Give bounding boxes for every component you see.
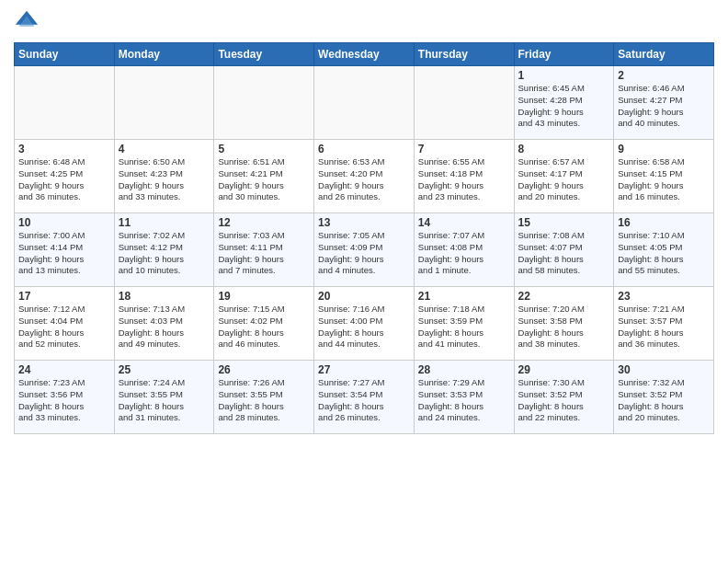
calendar-cell: 19Sunrise: 7:15 AM Sunset: 4:02 PM Dayli… — [214, 287, 314, 361]
col-header-monday: Monday — [114, 43, 214, 66]
calendar-cell: 11Sunrise: 7:02 AM Sunset: 4:12 PM Dayli… — [114, 213, 214, 287]
day-info: Sunrise: 7:30 AM Sunset: 3:52 PM Dayligh… — [518, 377, 610, 424]
day-info: Sunrise: 7:24 AM Sunset: 3:55 PM Dayligh… — [119, 377, 210, 424]
day-info: Sunrise: 6:46 AM Sunset: 4:27 PM Dayligh… — [618, 83, 710, 130]
header — [14, 9, 714, 35]
calendar-cell: 25Sunrise: 7:24 AM Sunset: 3:55 PM Dayli… — [114, 361, 214, 434]
day-info: Sunrise: 6:50 AM Sunset: 4:23 PM Dayligh… — [119, 156, 210, 203]
day-info: Sunrise: 7:16 AM Sunset: 4:00 PM Dayligh… — [318, 304, 410, 350]
day-number: 23 — [618, 290, 710, 303]
day-number: 4 — [119, 143, 210, 155]
calendar-cell — [214, 66, 314, 140]
calendar-cell: 27Sunrise: 7:27 AM Sunset: 3:54 PM Dayli… — [314, 361, 415, 434]
calendar-cell: 15Sunrise: 7:08 AM Sunset: 4:07 PM Dayli… — [514, 213, 614, 287]
calendar-cell: 2Sunrise: 6:46 AM Sunset: 4:27 PM Daylig… — [614, 66, 714, 140]
day-number: 12 — [218, 216, 310, 229]
day-info: Sunrise: 6:53 AM Sunset: 4:20 PM Dayligh… — [318, 156, 410, 203]
day-info: Sunrise: 7:23 AM Sunset: 3:56 PM Dayligh… — [18, 377, 110, 424]
week-row-2: 10Sunrise: 7:00 AM Sunset: 4:14 PM Dayli… — [15, 213, 714, 287]
day-number: 9 — [618, 143, 710, 155]
day-number: 3 — [18, 143, 110, 155]
day-number: 1 — [518, 69, 610, 82]
day-number: 17 — [18, 290, 110, 303]
day-info: Sunrise: 7:21 AM Sunset: 3:57 PM Dayligh… — [618, 304, 710, 350]
day-info: Sunrise: 7:03 AM Sunset: 4:11 PM Dayligh… — [218, 230, 310, 277]
calendar-cell: 28Sunrise: 7:29 AM Sunset: 3:53 PM Dayli… — [414, 361, 514, 434]
calendar-cell: 16Sunrise: 7:10 AM Sunset: 4:05 PM Dayli… — [614, 213, 714, 287]
calendar-cell: 26Sunrise: 7:26 AM Sunset: 3:55 PM Dayli… — [214, 361, 314, 434]
col-header-wednesday: Wednesday — [314, 43, 415, 66]
day-info: Sunrise: 6:57 AM Sunset: 4:17 PM Dayligh… — [518, 156, 610, 203]
day-info: Sunrise: 6:55 AM Sunset: 4:18 PM Dayligh… — [418, 156, 510, 203]
day-number: 19 — [218, 290, 310, 303]
calendar-cell: 23Sunrise: 7:21 AM Sunset: 3:57 PM Dayli… — [614, 287, 714, 361]
day-number: 26 — [218, 363, 310, 376]
calendar-cell: 22Sunrise: 7:20 AM Sunset: 3:58 PM Dayli… — [514, 287, 614, 361]
day-number: 28 — [418, 363, 510, 376]
calendar-cell: 9Sunrise: 6:58 AM Sunset: 4:15 PM Daylig… — [614, 140, 714, 213]
calendar-cell: 12Sunrise: 7:03 AM Sunset: 4:11 PM Dayli… — [214, 213, 314, 287]
calendar-cell — [314, 66, 415, 140]
calendar-cell: 17Sunrise: 7:12 AM Sunset: 4:04 PM Dayli… — [15, 287, 115, 361]
calendar-cell: 29Sunrise: 7:30 AM Sunset: 3:52 PM Dayli… — [514, 361, 614, 434]
day-number: 18 — [119, 290, 210, 303]
calendar-cell: 6Sunrise: 6:53 AM Sunset: 4:20 PM Daylig… — [314, 140, 415, 213]
calendar-cell — [114, 66, 214, 140]
calendar-header-row: SundayMondayTuesdayWednesdayThursdayFrid… — [15, 43, 714, 66]
calendar-cell: 24Sunrise: 7:23 AM Sunset: 3:56 PM Dayli… — [15, 361, 115, 434]
week-row-1: 3Sunrise: 6:48 AM Sunset: 4:25 PM Daylig… — [15, 140, 714, 213]
week-row-0: 1Sunrise: 6:45 AM Sunset: 4:28 PM Daylig… — [15, 66, 714, 140]
col-header-friday: Friday — [514, 43, 614, 66]
week-row-3: 17Sunrise: 7:12 AM Sunset: 4:04 PM Dayli… — [15, 287, 714, 361]
day-info: Sunrise: 7:02 AM Sunset: 4:12 PM Dayligh… — [119, 230, 210, 277]
day-info: Sunrise: 6:48 AM Sunset: 4:25 PM Dayligh… — [18, 156, 110, 203]
day-info: Sunrise: 7:26 AM Sunset: 3:55 PM Dayligh… — [218, 377, 310, 424]
day-info: Sunrise: 7:27 AM Sunset: 3:54 PM Dayligh… — [318, 377, 410, 424]
day-info: Sunrise: 7:18 AM Sunset: 3:59 PM Dayligh… — [418, 304, 510, 350]
day-number: 8 — [518, 143, 610, 155]
week-row-4: 24Sunrise: 7:23 AM Sunset: 3:56 PM Dayli… — [15, 361, 714, 434]
col-header-sunday: Sunday — [15, 43, 115, 66]
day-info: Sunrise: 7:12 AM Sunset: 4:04 PM Dayligh… — [18, 304, 110, 350]
col-header-thursday: Thursday — [414, 43, 514, 66]
day-number: 21 — [418, 290, 510, 303]
day-number: 24 — [18, 363, 110, 376]
logo-icon — [14, 9, 40, 35]
day-number: 2 — [618, 69, 710, 82]
day-number: 13 — [318, 216, 410, 229]
calendar-cell: 30Sunrise: 7:32 AM Sunset: 3:52 PM Dayli… — [614, 361, 714, 434]
day-number: 20 — [318, 290, 410, 303]
col-header-saturday: Saturday — [614, 43, 714, 66]
day-number: 22 — [518, 290, 610, 303]
day-info: Sunrise: 7:10 AM Sunset: 4:05 PM Dayligh… — [618, 230, 710, 277]
day-info: Sunrise: 6:58 AM Sunset: 4:15 PM Dayligh… — [618, 156, 710, 203]
day-info: Sunrise: 6:51 AM Sunset: 4:21 PM Dayligh… — [218, 156, 310, 203]
day-number: 15 — [518, 216, 610, 229]
day-info: Sunrise: 7:13 AM Sunset: 4:03 PM Dayligh… — [119, 304, 210, 350]
calendar-cell: 13Sunrise: 7:05 AM Sunset: 4:09 PM Dayli… — [314, 213, 415, 287]
calendar-cell: 8Sunrise: 6:57 AM Sunset: 4:17 PM Daylig… — [514, 140, 614, 213]
page: SundayMondayTuesdayWednesdayThursdayFrid… — [0, 0, 728, 563]
day-info: Sunrise: 7:00 AM Sunset: 4:14 PM Dayligh… — [18, 230, 110, 277]
day-number: 11 — [119, 216, 210, 229]
day-info: Sunrise: 7:32 AM Sunset: 3:52 PM Dayligh… — [618, 377, 710, 424]
day-info: Sunrise: 6:45 AM Sunset: 4:28 PM Dayligh… — [518, 83, 610, 130]
calendar-cell: 18Sunrise: 7:13 AM Sunset: 4:03 PM Dayli… — [114, 287, 214, 361]
day-number: 30 — [618, 363, 710, 376]
calendar-cell — [15, 66, 115, 140]
calendar-cell: 3Sunrise: 6:48 AM Sunset: 4:25 PM Daylig… — [15, 140, 115, 213]
calendar-cell: 7Sunrise: 6:55 AM Sunset: 4:18 PM Daylig… — [414, 140, 514, 213]
day-number: 5 — [218, 143, 310, 155]
calendar-cell — [414, 66, 514, 140]
day-number: 16 — [618, 216, 710, 229]
day-number: 7 — [418, 143, 510, 155]
logo — [14, 9, 43, 35]
day-info: Sunrise: 7:05 AM Sunset: 4:09 PM Dayligh… — [318, 230, 410, 277]
calendar-cell: 10Sunrise: 7:00 AM Sunset: 4:14 PM Dayli… — [15, 213, 115, 287]
day-number: 6 — [318, 143, 410, 155]
calendar-cell: 4Sunrise: 6:50 AM Sunset: 4:23 PM Daylig… — [114, 140, 214, 213]
calendar-cell: 21Sunrise: 7:18 AM Sunset: 3:59 PM Dayli… — [414, 287, 514, 361]
day-number: 27 — [318, 363, 410, 376]
day-number: 29 — [518, 363, 610, 376]
day-number: 25 — [119, 363, 210, 376]
